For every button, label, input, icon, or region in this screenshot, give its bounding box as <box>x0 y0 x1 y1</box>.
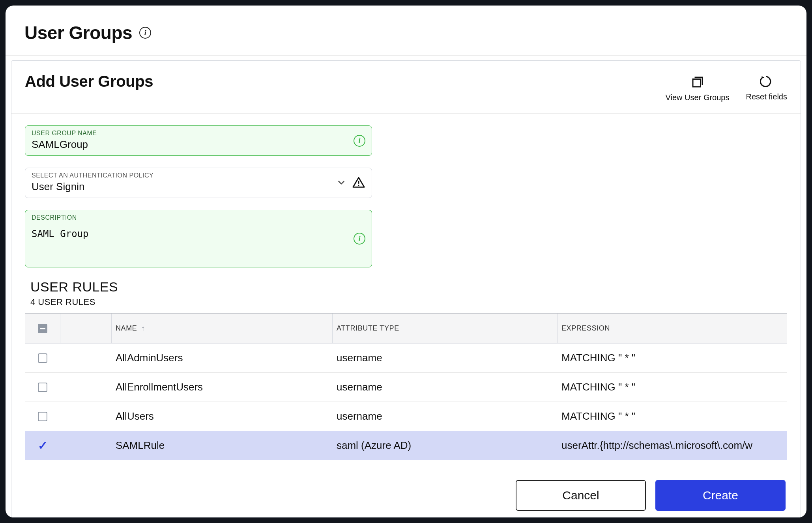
checkbox-icon <box>38 383 47 392</box>
row-select-cell[interactable] <box>25 353 60 363</box>
panel-header: Add User Groups View User Groups <box>11 61 801 114</box>
description-field[interactable]: DESCRIPTION SAML Group i <box>25 210 372 267</box>
svg-rect-0 <box>693 79 701 87</box>
view-user-groups-label: View User Groups <box>666 93 730 102</box>
auth-policy-label: SELECT AN AUTHENTICATION POLICY <box>32 172 336 179</box>
user-group-name-field[interactable]: USER GROUP NAME SAMLGroup i <box>25 125 372 156</box>
user-group-name-label: USER GROUP NAME <box>32 130 365 137</box>
reset-fields-button[interactable]: Reset fields <box>746 75 788 102</box>
view-user-groups-button[interactable]: View User Groups <box>666 75 730 102</box>
panel-title: Add User Groups <box>25 73 153 90</box>
column-header-expr-label: EXPRESSION <box>561 324 610 332</box>
page-title: User Groups <box>24 22 132 43</box>
row-attribute-type: username <box>333 352 558 364</box>
create-button-label: Create <box>703 489 738 502</box>
create-button[interactable]: Create <box>655 480 786 511</box>
info-icon[interactable]: i <box>354 135 365 147</box>
chevron-down-icon <box>336 177 346 188</box>
page: User Groups i Add User Groups View User … <box>6 6 806 517</box>
row-name: AllAdminUsers <box>112 352 333 364</box>
select-all-header[interactable] <box>25 314 60 343</box>
description-value: SAML Group <box>32 228 365 239</box>
indeterminate-checkbox-icon <box>38 324 47 333</box>
row-expression: MATCHING " * " <box>558 352 787 364</box>
panel-body: USER GROUP NAME SAMLGroup i SELECT AN AU… <box>11 114 801 464</box>
row-expression: userAttr.{http://schemas\.microsoft\.com… <box>558 439 787 452</box>
column-header-name-label: NAME <box>116 324 137 332</box>
user-rules-heading: USER RULES <box>30 279 787 295</box>
reset-icon <box>760 75 773 88</box>
column-header-attr-label: ATTRIBUTE TYPE <box>337 324 399 332</box>
cancel-button-label: Cancel <box>562 489 599 502</box>
table-row[interactable]: AllUsersusernameMATCHING " * " <box>25 402 787 431</box>
description-label: DESCRIPTION <box>32 214 365 221</box>
user-rules-table: NAME ↑ ATTRIBUTE TYPE EXPRESSION AllAdmi… <box>25 313 787 460</box>
row-select-cell[interactable] <box>25 412 60 421</box>
page-header: User Groups i <box>6 6 806 56</box>
row-select-cell[interactable] <box>25 383 60 392</box>
info-icon[interactable]: i <box>354 233 365 245</box>
cancel-button[interactable]: Cancel <box>516 480 646 511</box>
row-name: AllUsers <box>112 410 333 422</box>
sort-asc-icon: ↑ <box>141 324 145 333</box>
checkbox-icon <box>38 412 47 421</box>
table-row[interactable]: ✓SAMLRulesaml (Azure AD)userAttr.{http:/… <box>25 431 787 460</box>
auth-policy-value: User Signin <box>32 181 336 193</box>
table-row[interactable]: AllAdminUsersusernameMATCHING " * " <box>25 344 787 373</box>
auth-policy-select[interactable]: SELECT AN AUTHENTICATION POLICY User Sig… <box>25 168 372 198</box>
check-icon: ✓ <box>38 439 48 452</box>
column-header-name[interactable]: NAME ↑ <box>112 314 333 343</box>
panel-footer: Cancel Create <box>11 464 801 517</box>
row-select-cell[interactable]: ✓ <box>25 439 60 452</box>
row-name: AllEnrollmentUsers <box>112 381 333 393</box>
user-rules-count: 4 USER RULES <box>30 297 787 307</box>
add-user-groups-panel: Add User Groups View User Groups <box>11 60 801 517</box>
column-header-attribute-type[interactable]: ATTRIBUTE TYPE <box>333 314 558 343</box>
reset-fields-label: Reset fields <box>746 92 788 101</box>
warning-icon <box>352 176 365 189</box>
column-header-expression[interactable]: EXPRESSION <box>558 314 787 343</box>
table-body: AllAdminUsersusernameMATCHING " * "AllEn… <box>25 344 787 460</box>
row-attribute-type: username <box>333 381 558 393</box>
row-attribute-type: username <box>333 410 558 422</box>
row-expression: MATCHING " * " <box>558 410 787 422</box>
table-header: NAME ↑ ATTRIBUTE TYPE EXPRESSION <box>25 314 787 344</box>
row-name: SAMLRule <box>112 439 333 452</box>
svg-point-2 <box>358 185 359 186</box>
header-spacer <box>60 314 112 343</box>
user-group-name-value: SAMLGroup <box>32 138 365 151</box>
row-expression: MATCHING " * " <box>558 381 787 393</box>
row-attribute-type: saml (Azure AD) <box>333 439 558 452</box>
stack-icon <box>690 75 705 89</box>
info-icon[interactable]: i <box>139 27 151 39</box>
panel-actions: View User Groups Reset fields <box>666 73 787 102</box>
table-row[interactable]: AllEnrollmentUsersusernameMATCHING " * " <box>25 373 787 402</box>
checkbox-icon <box>38 353 47 363</box>
